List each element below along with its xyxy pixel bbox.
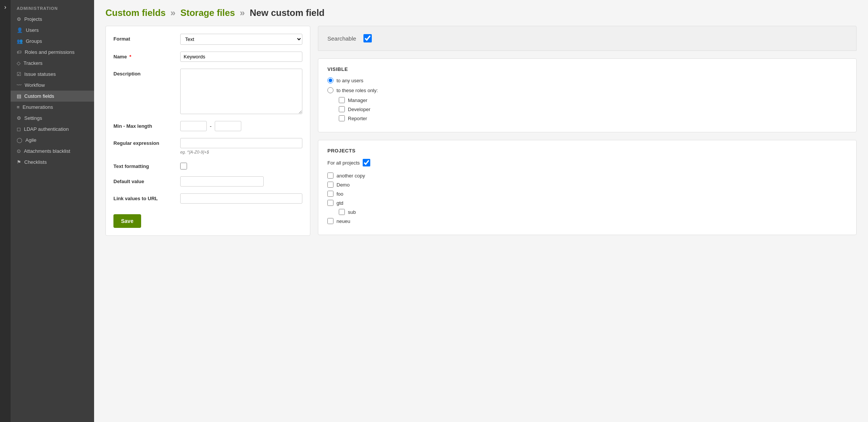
text-formatting-row: Text formatting xyxy=(113,161,302,169)
project-row-gtd: gtd xyxy=(327,200,847,206)
link-values-label: Link values to URL xyxy=(113,193,174,201)
project-checkbox-gtd[interactable] xyxy=(327,200,333,206)
sidebar-icon-roles-permissions: 🏷 xyxy=(17,49,22,55)
sidebar-label-enumerations: Enumerations xyxy=(23,104,53,110)
sidebar-label-issue-statuses: Issue statuses xyxy=(24,71,56,77)
description-textarea[interactable] xyxy=(180,69,302,114)
role-label-manager: Manager xyxy=(348,97,367,103)
projects-section: PROJECTS For all projects another copyDe… xyxy=(318,140,857,235)
sidebar-label-users: Users xyxy=(26,27,39,33)
for-all-projects-row: For all projects xyxy=(327,159,847,166)
visible-roles-only-radio[interactable] xyxy=(327,87,333,93)
regex-input[interactable] xyxy=(180,138,302,148)
breadcrumb-link-storage-files[interactable]: Storage files xyxy=(180,8,235,18)
sidebar-admin-label: ADMINISTRATION xyxy=(11,0,94,14)
sidebar-item-enumerations[interactable]: ≡Enumerations xyxy=(11,102,94,113)
right-panel: Searchable VISIBLE to any users to these… xyxy=(318,26,857,235)
min-max-row: Min - Max length - xyxy=(113,121,302,131)
description-row: Description xyxy=(113,69,302,114)
breadcrumb: Custom fields » Storage files » New cust… xyxy=(105,8,857,18)
sidebar-label-ldap: LDAP authentication xyxy=(24,126,69,132)
project-label-gtd: gtd xyxy=(337,200,343,206)
sidebar-icon-attachments-blacklist: ⊙ xyxy=(17,148,21,154)
main-content: Custom fields » Storage files » New cust… xyxy=(94,0,868,422)
project-label-another-copy: another copy xyxy=(337,173,365,179)
format-select[interactable]: TextIntegerFloatBooleanDateListUserVersi… xyxy=(180,34,302,45)
visible-heading: VISIBLE xyxy=(327,66,847,72)
for-all-projects-checkbox[interactable] xyxy=(363,159,370,166)
format-row: Format TextIntegerFloatBooleanDateListUs… xyxy=(113,34,302,45)
sidebar-item-settings[interactable]: ⚙Settings xyxy=(11,113,94,124)
description-label: Description xyxy=(113,69,174,77)
max-length-input[interactable] xyxy=(215,121,241,131)
default-value-input[interactable] xyxy=(180,176,264,187)
sidebar-icon-users: 👤 xyxy=(17,27,23,33)
sidebar-item-checklists[interactable]: ⚑Checklists xyxy=(11,157,94,168)
save-button[interactable]: Save xyxy=(113,214,141,228)
name-input[interactable] xyxy=(180,52,302,62)
sidebar-item-trackers[interactable]: ◇Trackers xyxy=(11,58,94,69)
left-panel: Format TextIntegerFloatBooleanDateListUs… xyxy=(105,26,310,236)
link-values-input[interactable] xyxy=(180,193,302,204)
sidebar-item-agile[interactable]: ◯Agile xyxy=(11,135,94,146)
sidebar-label-projects: Projects xyxy=(24,16,42,22)
breadcrumb-link-custom-fields[interactable]: Custom fields xyxy=(105,8,166,18)
role-label-reporter: Reporter xyxy=(348,116,367,121)
project-checkbox-sub[interactable] xyxy=(339,209,345,215)
project-checkbox-another-copy[interactable] xyxy=(327,173,333,179)
sidebar-icon-enumerations: ≡ xyxy=(17,104,20,110)
sidebar-icon-issue-statuses: ☑ xyxy=(17,71,21,77)
sidebar-icon-trackers: ◇ xyxy=(17,60,20,66)
sidebar-item-users[interactable]: 👤Users xyxy=(11,25,94,36)
project-list: another copyDemofoogtdsubneueu xyxy=(327,173,847,224)
sidebar-item-attachments-blacklist[interactable]: ⊙Attachments blacklist xyxy=(11,146,94,157)
searchable-checkbox[interactable] xyxy=(362,33,373,44)
project-checkbox-neueu[interactable] xyxy=(327,218,333,224)
sidebar-label-workflow: Workflow xyxy=(25,82,45,88)
visible-any-users-radio[interactable] xyxy=(327,77,333,83)
form-layout: Format TextIntegerFloatBooleanDateListUs… xyxy=(105,26,857,236)
sidebar-item-custom-fields[interactable]: ▤Custom fields xyxy=(11,91,94,102)
sidebar: ADMINISTRATION ⚙Projects👤Users👥Groups🏷Ro… xyxy=(11,0,94,422)
project-checkbox-foo[interactable] xyxy=(327,191,333,197)
sidebar-label-checklists: Checklists xyxy=(24,159,47,165)
default-value-label: Default value xyxy=(113,176,174,184)
sidebar-icon-groups: 👥 xyxy=(17,38,23,44)
sidebar-item-ldap[interactable]: ◻LDAP authentication xyxy=(11,124,94,135)
project-label-sub: sub xyxy=(348,209,356,215)
role-checkbox-developer[interactable] xyxy=(339,106,345,112)
role-checkbox-reporter[interactable] xyxy=(339,115,345,121)
text-formatting-label: Text formatting xyxy=(113,161,174,169)
sidebar-toggle-button[interactable]: › xyxy=(0,0,11,422)
sidebar-item-workflow[interactable]: 〰Workflow xyxy=(11,80,94,91)
sidebar-label-custom-fields: Custom fields xyxy=(24,93,54,99)
searchable-checkbox-input[interactable] xyxy=(363,34,372,42)
sidebar-item-projects[interactable]: ⚙Projects xyxy=(11,14,94,25)
text-formatting-checkbox[interactable] xyxy=(180,163,187,169)
sidebar-icon-workflow: 〰 xyxy=(17,82,22,88)
roles-group: ManagerDeveloperReporter xyxy=(339,97,847,121)
project-label-foo: foo xyxy=(337,191,343,197)
sidebar-label-agile: Agile xyxy=(25,137,36,143)
breadcrumb-separator-1: » xyxy=(170,8,175,18)
regex-hint: eg. ^[A-Z0-9]+$ xyxy=(180,150,302,154)
visible-section: VISIBLE to any users to these roles only… xyxy=(318,58,857,132)
sidebar-icon-settings: ⚙ xyxy=(17,115,21,121)
sidebar-icon-projects: ⚙ xyxy=(17,16,21,22)
name-row: Name * xyxy=(113,52,302,62)
sidebar-icon-checklists: ⚑ xyxy=(17,159,21,165)
project-label-neueu: neueu xyxy=(337,218,350,224)
sidebar-item-issue-statuses[interactable]: ☑Issue statuses xyxy=(11,69,94,80)
sidebar-label-roles-permissions: Roles and permissions xyxy=(25,49,75,55)
project-row-neueu: neueu xyxy=(327,218,847,224)
role-checkbox-manager[interactable] xyxy=(339,97,345,103)
visible-roles-only-row: to these roles only: xyxy=(327,87,847,93)
searchable-box: Searchable xyxy=(318,26,857,51)
page-title-current: New custom field xyxy=(250,8,324,18)
min-length-input[interactable] xyxy=(180,121,207,131)
sidebar-item-roles-permissions[interactable]: 🏷Roles and permissions xyxy=(11,47,94,58)
sidebar-item-groups[interactable]: 👥Groups xyxy=(11,36,94,47)
role-row-manager: Manager xyxy=(339,97,847,103)
format-label: Format xyxy=(113,34,174,42)
project-checkbox-demo[interactable] xyxy=(327,182,333,188)
